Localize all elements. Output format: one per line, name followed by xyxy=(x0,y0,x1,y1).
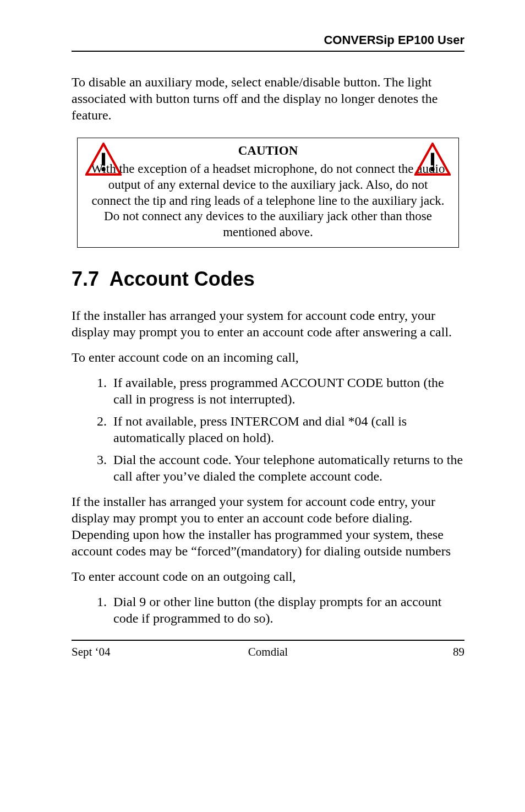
svg-point-5 xyxy=(430,167,434,171)
list-item: If not available, press INTERCOM and dia… xyxy=(110,413,464,446)
account-codes-intro: If the installer has arranged your syste… xyxy=(72,307,464,340)
section-number: 7.7 xyxy=(72,268,99,290)
caution-box: CAUTION With the exception of a headset … xyxy=(77,138,459,248)
intro-paragraph: To disable an auxiliary mode, select ena… xyxy=(72,74,464,123)
page-footer: Sept ‘04 Comdial 89 xyxy=(72,640,464,659)
svg-rect-1 xyxy=(102,153,105,166)
incoming-lead: To enter account code on an incoming cal… xyxy=(72,349,464,366)
footer-date: Sept ‘04 xyxy=(72,645,203,659)
list-item: Dial the account code. Your telephone au… xyxy=(110,451,464,484)
section-heading: 7.7 Account Codes xyxy=(72,268,464,291)
caution-text: With the exception of a headset micropho… xyxy=(88,161,449,241)
section-title: Account Codes xyxy=(110,268,255,290)
footer-brand: Comdial xyxy=(203,645,333,659)
incoming-steps-list: If available, press programmed ACCOUNT C… xyxy=(72,374,464,484)
svg-point-2 xyxy=(101,167,105,171)
warning-triangle-icon xyxy=(414,143,451,176)
warning-triangle-icon xyxy=(85,143,122,176)
svg-rect-4 xyxy=(431,153,434,166)
caution-title: CAUTION xyxy=(88,144,449,158)
list-item: If available, press programmed ACCOUNT C… xyxy=(110,374,464,407)
list-item: Dial 9 or other line button (the display… xyxy=(110,593,464,626)
footer-page-number: 89 xyxy=(333,645,464,659)
account-codes-forced: If the installer has arranged your syste… xyxy=(72,493,464,559)
page-header-title: CONVERSip EP100 User xyxy=(72,33,464,47)
outgoing-steps-list: Dial 9 or other line button (the display… xyxy=(72,593,464,626)
outgoing-lead: To enter account code on an outgoing cal… xyxy=(72,568,464,585)
